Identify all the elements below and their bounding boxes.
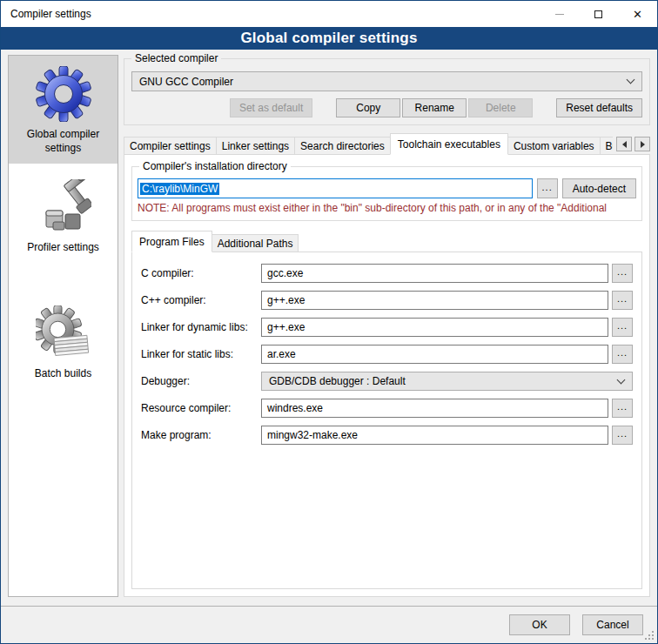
installation-directory-group: Compiler's installation directory C:\ray… [131,166,642,221]
maximize-icon [594,10,602,18]
blue-gear-icon [36,66,91,122]
linker-dynamic-input[interactable]: g++.exe [261,318,608,337]
tab-toolchain-executables[interactable]: Toolchain executables [390,133,508,155]
field-label: C++ compiler: [141,294,261,306]
cpp-compiler-input[interactable]: g++.exe [261,291,608,310]
subtab-scroll-area: Program Files Additional Paths [131,231,642,252]
dialog-footer: OK Cancel [1,606,657,643]
arrow-left-icon [622,141,627,148]
tab-scroll-left-button[interactable] [616,137,632,151]
field-label: Linker for static libs: [141,348,261,360]
compiler-settings-dialog: Compiler settings ✕ Global compiler sett… [0,0,658,644]
tab-additional-paths[interactable]: Additional Paths [212,234,299,252]
sidebar-item-batch-builds[interactable]: Batch builds [9,295,118,390]
tab-build[interactable]: Build [600,137,613,155]
sidebar-item-label: Batch builds [35,367,91,381]
debugger-select[interactable]: GDB/CDB debugger : Default [261,372,633,391]
field-value: ar.exe [267,348,296,360]
chevron-down-icon [617,375,626,384]
field-value: gcc.exe [267,267,303,279]
cpp-compiler-browse-button[interactable]: ... [612,291,633,310]
field-label: Debugger: [141,375,261,387]
close-icon: ✕ [633,9,642,20]
installation-directory-value: C:\raylib\MinGW [140,183,219,195]
batch-builds-icon [36,305,91,361]
resize-grip[interactable] [644,630,655,641]
field-label: Linker for dynamic libs: [141,321,261,333]
tab-scroll-right-button[interactable] [634,137,650,151]
tab-search-directories[interactable]: Search directories [294,137,391,155]
tab-program-files[interactable]: Program Files [131,231,212,252]
rename-button[interactable]: Rename [402,98,467,117]
sidebar-item-label: Profiler settings [27,241,99,255]
make-program-input[interactable]: mingw32-make.exe [261,426,608,445]
toolchain-executables-page: Compiler's installation directory C:\ray… [124,154,650,597]
c-compiler-browse-button[interactable]: ... [612,264,633,283]
field-label: Make program: [141,429,261,441]
field-row-debugger: Debugger: GDB/CDB debugger : Default [141,372,633,391]
linker-static-input[interactable]: ar.exe [261,345,608,364]
field-row-resource-compiler: Resource compiler: windres.exe ... [141,399,633,418]
title-bar: Compiler settings ✕ [1,1,657,27]
reset-defaults-button[interactable]: Reset defaults [556,98,642,117]
linker-static-browse-button[interactable]: ... [612,345,633,364]
sidebar-item-profiler-settings[interactable]: Profiler settings [9,169,118,264]
make-program-browse-button[interactable]: ... [612,426,633,445]
page-title: Global compiler settings [1,27,657,50]
arrow-right-icon [641,141,645,148]
minimize-button[interactable] [540,1,579,27]
maximize-button[interactable] [579,1,618,27]
program-files-tab-strip: Program Files Additional Paths [131,231,642,252]
field-value: windres.exe [267,402,323,414]
resource-compiler-browse-button[interactable]: ... [612,399,633,418]
installation-directory-browse-button[interactable]: ... [537,178,558,198]
profiler-icon [36,179,91,235]
tab-compiler-settings[interactable]: Compiler settings [124,137,217,155]
selected-compiler-group-label: Selected compiler [131,52,221,64]
compiler-select[interactable]: GNU GCC Compiler [131,71,642,91]
tab-scroll-buttons [616,137,650,155]
window-title: Compiler settings [1,8,540,20]
bin-subdirectory-note: NOTE: All programs must exist either in … [138,202,636,214]
sidebar-item-global-compiler-settings[interactable]: Global compiler settings [9,56,118,164]
field-value: g++.exe [267,294,305,306]
field-row-make-program: Make program: mingw32-make.exe ... [141,426,633,445]
resource-compiler-input[interactable]: windres.exe [261,399,608,418]
program-files-page: C compiler: gcc.exe ... C++ compiler: g+… [131,252,642,589]
c-compiler-input[interactable]: gcc.exe [261,264,608,283]
sidebar-item-label: Global compiler settings [12,128,114,155]
compiler-select-value: GNU GCC Compiler [139,76,628,88]
field-value: g++.exe [267,321,305,333]
minimize-icon [555,14,564,15]
field-row-cpp-compiler: C++ compiler: g++.exe ... [141,291,633,310]
ok-button[interactable]: OK [509,614,570,635]
installation-directory-group-label: Compiler's installation directory [139,160,291,172]
dialog-body: Global compiler settings Profiler settin… [1,50,657,606]
field-row-c-compiler: C compiler: gcc.exe ... [141,264,633,283]
tab-custom-variables[interactable]: Custom variables [507,137,601,155]
program-files-notebook: Program Files Additional Paths C compile… [131,231,642,589]
close-button[interactable]: ✕ [618,1,657,27]
tab-linker-settings[interactable]: Linker settings [216,137,295,155]
auto-detect-button[interactable]: Auto-detect [562,178,636,198]
cancel-button[interactable]: Cancel [582,614,643,635]
linker-dynamic-browse-button[interactable]: ... [612,318,633,337]
settings-content: Selected compiler GNU GCC Compiler Set a… [124,55,650,597]
field-value: mingw32-make.exe [267,429,358,441]
installation-directory-input[interactable]: C:\raylib\MinGW [138,178,533,198]
field-row-linker-static: Linker for static libs: ar.exe ... [141,345,633,364]
chevron-down-icon [627,76,635,84]
delete-button: Delete [468,98,533,117]
field-label: Resource compiler: [141,402,261,414]
copy-button[interactable]: Copy [336,98,400,117]
settings-sidebar: Global compiler settings Profiler settin… [8,55,118,597]
debugger-select-value: GDB/CDB debugger : Default [269,375,618,387]
settings-tab-strip: Compiler settings Linker settings Search… [124,133,650,155]
installation-directory-row: C:\raylib\MinGW ... Auto-detect [138,178,636,198]
compiler-buttons-row: Set as default Copy Rename Delete Reset … [131,98,642,117]
field-row-linker-dynamic: Linker for dynamic libs: g++.exe ... [141,318,633,337]
set-as-default-button: Set as default [230,98,312,117]
tab-scroll-area: Compiler settings Linker settings Search… [124,133,613,155]
field-label: C compiler: [141,267,261,279]
selected-compiler-group: Selected compiler GNU GCC Compiler Set a… [124,58,650,125]
